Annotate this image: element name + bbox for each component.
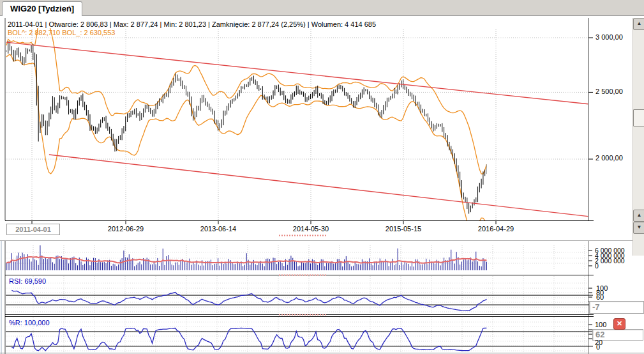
tab-bar: WIG20 [Tydzień] (0, 0, 644, 16)
arrow-down-icon: ▼ (637, 224, 642, 230)
volume-axis-label: 0 (595, 263, 599, 269)
tab-wig20[interactable]: WIG20 [Tydzień] (2, 1, 82, 16)
percent-r-axis-label: 100 (595, 321, 606, 328)
close-icon: ✕ (617, 319, 622, 327)
scroll-down-button[interactable]: ▼ (633, 222, 644, 234)
x-axis-label: 2016-04-29 (467, 226, 525, 233)
rsi-label: RSI: 69,590 (9, 278, 46, 285)
x-axis-label: 2012-06-29 (97, 226, 154, 233)
chart-canvas[interactable] (0, 16, 644, 354)
volume-axis-label: 2 000 000 (595, 258, 625, 264)
scroll-thumb[interactable] (633, 109, 644, 127)
chart-stage[interactable]: 2011-04-01 | Otwarcie: 2 806,83 | Max: 2… (0, 16, 644, 354)
chart-vertical-scrollbar[interactable]: ▲ ▲ ▼ (633, 18, 644, 256)
x-axis-label: 2013-06-14 (190, 226, 247, 233)
x-axis-label-selected[interactable]: 2011-04-01 (6, 224, 60, 235)
scroll-up-button[interactable]: ▲ (633, 18, 644, 30)
percent-r-label: %R: 100,000 (9, 319, 50, 327)
app-window: WIG20 [Tydzień] 2011-04-01 | Otwarcie: 2… (0, 0, 644, 354)
percent-r-axis-label: 0 (596, 344, 600, 351)
rsi-axis-label: 60 (596, 294, 604, 301)
arrow-up-icon: ▲ (637, 212, 642, 218)
y-axis-label-2000: 2 000,00 (595, 155, 623, 162)
tab-label: WIG20 [Tydzień] (10, 4, 74, 13)
y-axis-label-3000: 3 000,00 (595, 34, 623, 41)
ohlc-info-line: 2011-04-01 | Otwarcie: 2 806,83 | Max: 2… (8, 21, 376, 28)
scroll-up-button-bottom[interactable]: ▲ (633, 210, 644, 222)
x-axis-label: 2014-05-30 (282, 226, 340, 233)
arrow-up-icon: ▲ (637, 20, 642, 26)
close-panel-button[interactable]: ✕ (613, 318, 625, 330)
x-axis-label: 2015-05-15 (375, 226, 432, 233)
bollinger-info-line: BOL^: 2 882,710 BOL_: 2 630,553 (8, 29, 115, 36)
rsi-value-box[interactable]: -7 (589, 301, 644, 314)
y-axis-label-2500: 2 500,00 (595, 88, 623, 95)
